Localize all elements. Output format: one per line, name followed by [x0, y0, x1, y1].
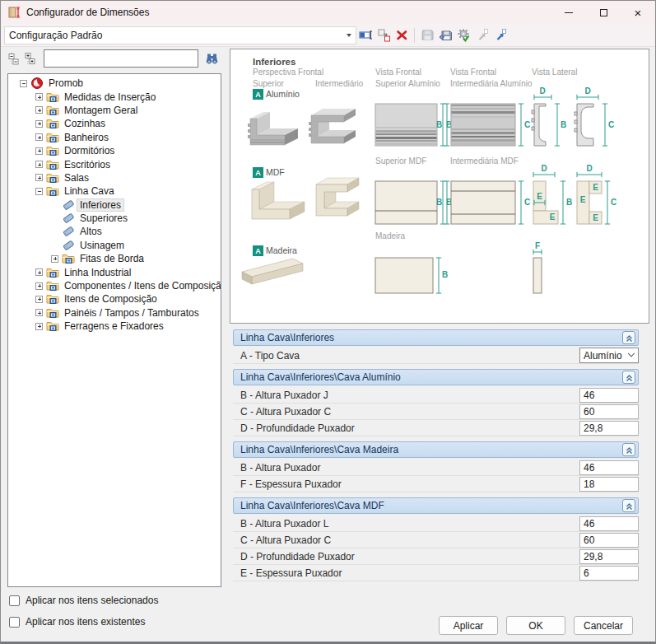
tree-toggle[interactable]: [35, 323, 43, 330]
rename-icon: [359, 28, 373, 42]
tree-item[interactable]: Medidas de Inserção: [8, 90, 221, 103]
property-value-input[interactable]: 60: [579, 404, 639, 419]
tree[interactable]: Promob Medidas de Inserção: [7, 73, 221, 587]
dialog-buttons: Aplicar OK Cancelar: [439, 616, 633, 635]
tree-item[interactable]: Linha Cava: [8, 184, 221, 198]
tree-item[interactable]: Salas: [8, 171, 221, 184]
property-value-input[interactable]: 46: [579, 388, 639, 403]
tree-toggle[interactable]: [35, 93, 43, 100]
section-title: Linha Cava\Inferiores\Cava Alumínio: [240, 371, 622, 383]
collapse-all-button[interactable]: [7, 51, 22, 66]
property-value-input[interactable]: 46: [579, 516, 639, 531]
dim-c: C: [608, 120, 614, 129]
collapse-section-button[interactable]: [622, 371, 635, 384]
tree-toggle[interactable]: [35, 309, 43, 316]
property-label: B - Altura Puxador J: [233, 390, 579, 401]
tree-item[interactable]: Altos: [8, 225, 221, 238]
tree-toggle[interactable]: [35, 174, 43, 181]
folder-icon: [46, 306, 59, 320]
col-intermediaria-aluminio: Intermediária Alumínio: [450, 79, 533, 88]
property-value-combo[interactable]: Alumínio: [579, 348, 639, 363]
section-header: Linha Cava\Inferiores: [233, 329, 639, 346]
property-value-input[interactable]: 18: [579, 477, 639, 492]
chevron-double-up-icon: [625, 446, 634, 455]
import-config-button[interactable]: [473, 26, 491, 44]
folder-icon: [46, 171, 59, 184]
save-button[interactable]: [419, 26, 436, 44]
chevron-double-up-icon: [625, 334, 634, 343]
col-vista-frontal-1: Vista Frontal: [375, 68, 421, 77]
tree-item-icon: [62, 239, 75, 252]
checkbox-label: Aplicar nos itens selecionados: [26, 595, 158, 606]
tree-item-label: Itens de Composição: [62, 293, 160, 305]
tree-item[interactable]: Banheiros: [8, 131, 221, 144]
folder-icon: [46, 91, 59, 104]
apply-settings-button[interactable]: [455, 26, 472, 44]
tree-item[interactable]: Escritórios: [8, 157, 221, 170]
delete-config-button[interactable]: [393, 26, 411, 44]
tree-toggle[interactable]: [51, 255, 58, 263]
section-header: Linha Cava\Inferiores\Cava Madeira: [233, 441, 639, 458]
collapse-section-button[interactable]: [622, 331, 635, 344]
tree-item[interactable]: Ferragens e Fixadores: [8, 320, 221, 333]
tree-toggle[interactable]: [35, 147, 43, 155]
tree-toggle[interactable]: [35, 161, 43, 168]
collapse-section-button[interactable]: [622, 499, 635, 512]
tree-item-label: Linha Industrial: [62, 267, 133, 278]
property-value-input[interactable]: 6: [579, 566, 639, 581]
cancel-button[interactable]: Cancelar: [574, 616, 633, 635]
tree-toggle[interactable]: [35, 120, 43, 128]
property-value-input[interactable]: 46: [579, 460, 639, 475]
tree-item[interactable]: Promob: [8, 77, 221, 90]
tree-item[interactable]: Itens de Composição: [8, 292, 221, 306]
search-button[interactable]: [202, 49, 221, 68]
rename-config-button[interactable]: [357, 26, 375, 44]
tree-item[interactable]: Linha Industrial: [8, 265, 221, 278]
dim-c: C: [611, 198, 616, 207]
tree-item[interactable]: Componentes / Itens de Composição: [8, 279, 221, 292]
tree-toggle[interactable]: [35, 106, 43, 114]
apply-button[interactable]: Aplicar: [439, 616, 498, 635]
tree-item[interactable]: Usinagem: [8, 239, 221, 252]
tree-toggle[interactable]: [35, 133, 43, 141]
tree-item[interactable]: Fitas de Borda: [8, 252, 221, 265]
tree-item-icon: [46, 91, 59, 104]
configuration-combo[interactable]: Configuração Padrão: [4, 26, 356, 44]
tree-item[interactable]: Cozinhas: [8, 117, 221, 130]
tree-item[interactable]: Painéis / Tampos / Tamburatos: [8, 306, 221, 320]
save-config-file-button[interactable]: [437, 26, 454, 44]
tree-item-label: Dormitórios: [62, 145, 117, 156]
property-value-input[interactable]: 29,8: [579, 549, 639, 564]
expand-all-button[interactable]: [24, 51, 39, 66]
minimize-button[interactable]: [551, 1, 586, 24]
ok-button[interactable]: OK: [506, 616, 565, 635]
gear-check-icon: [457, 28, 471, 42]
configuration-combo-value: Configuração Padrão: [9, 30, 347, 41]
collapse-section-button[interactable]: [622, 443, 635, 456]
tree-toggle[interactable]: [35, 268, 43, 276]
property-row: C - Altura Puxador C 60: [233, 532, 639, 548]
copy-config-button[interactable]: [375, 26, 393, 44]
search-input[interactable]: [44, 49, 198, 68]
apply-selected-items-checkbox[interactable]: [9, 595, 20, 606]
tree-item[interactable]: Dormitórios: [8, 144, 221, 157]
property-value-input[interactable]: 60: [579, 533, 639, 548]
col-superior: Superior: [253, 79, 284, 88]
toolbar-separator: [414, 28, 415, 43]
export-config-button[interactable]: [491, 26, 509, 44]
close-button[interactable]: ×: [621, 1, 655, 24]
label-madeira-view: Madeira: [375, 231, 406, 240]
tree-toggle[interactable]: [35, 282, 43, 290]
tree-toggle[interactable]: [20, 80, 27, 87]
tree-toggle[interactable]: [35, 296, 43, 303]
tree-item[interactable]: Inferiores: [8, 198, 221, 212]
tree-toggle[interactable]: [35, 188, 43, 195]
property-value-input[interactable]: 29,8: [579, 421, 639, 436]
tree-item[interactable]: Superiores: [8, 212, 221, 225]
property-label: C - Altura Puxador C: [233, 534, 579, 546]
folder-icon: [46, 320, 59, 333]
toolbar: Configuração Padrão: [1, 24, 655, 47]
maximize-button[interactable]: [586, 1, 621, 24]
tree-item[interactable]: Montagem Geral: [8, 104, 221, 117]
apply-existing-items-checkbox[interactable]: [9, 617, 20, 628]
